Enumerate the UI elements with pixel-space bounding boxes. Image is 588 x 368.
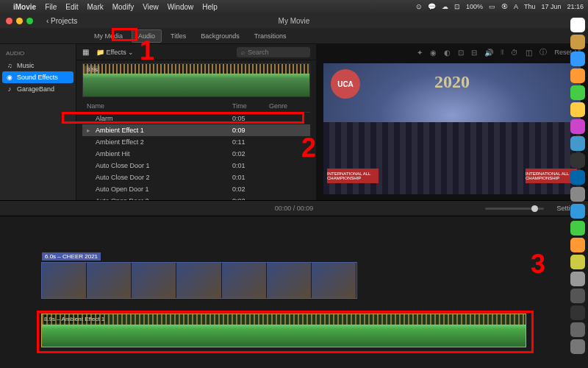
row-time: 0:09 [232,127,269,134]
dock-app[interactable] [570,52,585,66]
sidebar-item-garageband[interactable]: ♪ GarageBand [0,83,76,95]
col-genre[interactable]: Genre [269,102,306,110]
volume-icon[interactable]: 🔊 [484,49,493,57]
play-icon[interactable] [87,162,96,169]
table-row[interactable]: Alarm 0:05 [82,113,310,124]
grid-view-icon[interactable]: ▦ [82,48,89,56]
menu-view[interactable]: View [143,3,159,11]
col-name[interactable]: Name [87,102,232,110]
menubar-status: ⊙ 💬 ☁ ⊡ 100% ▭ ⦿ A Thu 17 Jun 21:16 [416,3,584,10]
dock-app[interactable] [570,136,585,151]
sidebar-item-music[interactable]: ♫ Music [0,60,76,71]
row-genre [269,115,306,122]
table-row[interactable]: Auto Open Door 2 0:02 [82,195,310,200]
waveform-preview[interactable]: 8.9s [82,63,310,97]
play-icon[interactable] [87,138,96,146]
tab-transitions[interactable]: Transitions [248,30,293,42]
table-row[interactable]: Auto Close Door 1 0:01 [82,160,310,171]
dock-app[interactable] [570,102,585,117]
banner-left: INTERNATIONAL ALL CHAMPIONSHIP [327,169,379,183]
play-icon[interactable]: ▸ [87,127,96,134]
play-icon[interactable] [87,185,96,193]
info-icon[interactable]: ⓘ [539,47,547,57]
sidebar-item-sound-effects[interactable]: ◉ Sound Effects [2,71,74,83]
dock-app[interactable] [570,272,585,286]
search-input[interactable]: ⌕ Search [237,47,310,57]
audio-clip-label: 8.9s – Ambient Effect 1 [42,315,107,323]
status-icon: ⊡ [454,3,460,10]
filter-icon[interactable]: ◫ [526,49,532,57]
search-icon: ⌕ [241,49,245,56]
zoom-button[interactable] [26,18,33,24]
menu-mark[interactable]: Mark [87,3,103,11]
video-preview[interactable]: UCA 2020 INTERNATIONAL ALL CHAMPIONSHIP … [323,63,581,194]
table-row[interactable]: ▸ Ambient Effect 1 0:09 [82,124,310,136]
projects-back[interactable]: ‹ Projects [46,17,77,25]
dock-app[interactable] [570,255,585,269]
table-row[interactable]: Ambient Effect 2 0:11 [82,136,310,148]
menu-edit[interactable]: Edit [65,3,78,11]
tab-my-media[interactable]: My Media [88,30,129,42]
battery-icon: ▭ [489,3,495,10]
close-button[interactable] [6,18,12,24]
year-text: 2020 [434,72,470,92]
timeline[interactable]: 6.0s – CHEER 2021 8.9s – Ambient Effect … [0,216,588,368]
dock-app[interactable] [570,153,585,168]
dock-app[interactable] [570,322,585,337]
menu-window[interactable]: Window [168,3,194,11]
menu-help[interactable]: Help [202,3,218,11]
tab-backgrounds[interactable]: Backgrounds [195,30,245,42]
minimize-button[interactable] [16,18,23,24]
row-genre [269,174,306,181]
tab-audio[interactable]: Audio [132,29,162,43]
dock-app[interactable] [570,305,585,320]
dock-app[interactable] [570,35,585,49]
row-time: 0:11 [232,138,269,146]
wifi-icon: ⦿ [501,3,508,10]
tab-titles[interactable]: Titles [165,30,192,42]
dock-app[interactable] [570,119,585,134]
table-row[interactable]: Auto Close Door 2 0:01 [82,171,310,183]
audio-browser: ▦ 📁 Effects ⌄ ⌕ Search 8.9s Name Time Ge… [76,44,316,200]
menu-modify[interactable]: Modify [112,3,134,11]
app-name[interactable]: iMovie [13,3,36,11]
play-icon[interactable] [87,174,96,181]
crop-icon[interactable]: ⊡ [458,49,464,57]
play-icon[interactable] [87,115,96,122]
stabilize-icon[interactable]: ⊟ [471,49,477,57]
speed-icon[interactable]: ⏱ [511,49,518,57]
menu-file[interactable]: File [45,3,57,11]
dock-app[interactable] [570,68,585,83]
dock-app[interactable] [570,339,585,354]
dock-app[interactable] [570,85,585,100]
dock-app[interactable] [570,238,585,252]
search-placeholder: Search [248,49,269,56]
row-time: 0:01 [232,174,269,181]
dock-app[interactable] [570,289,585,303]
preview-viewer: ✦ ◉ ◐ ⊡ ⊟ 🔊 ⫴ ⏱ ◫ ⓘ Reset All UCA 2020 I… [316,44,588,200]
video-clip[interactable]: 6.0s – CHEER 2021 [41,262,357,299]
col-time[interactable]: Time [232,102,269,110]
enhance-icon[interactable]: ✦ [417,49,423,57]
dock-app[interactable] [570,187,585,202]
color-correct-icon[interactable]: ◐ [444,49,451,57]
audio-clip[interactable]: 8.9s – Ambient Effect 1 [41,314,526,347]
table-row[interactable]: Ambient Hit 0:02 [82,148,310,160]
dock-app[interactable] [570,170,585,185]
dock-app[interactable] [570,221,585,236]
macos-dock [569,15,587,365]
zoom-slider[interactable] [485,208,544,210]
row-name: Auto Close Door 1 [96,162,232,169]
input-flag[interactable]: A [514,3,518,10]
music-icon: ♫ [6,62,13,69]
clock-date: 17 Jun [541,3,561,10]
duration-badge: 8.9s [85,66,100,74]
table-row[interactable]: Auto Open Door 1 0:02 [82,183,310,195]
dock-app[interactable] [570,18,585,32]
play-icon[interactable] [87,150,96,158]
dock-app[interactable] [570,204,585,219]
noise-icon[interactable]: ⫴ [501,48,503,57]
clock-time: 21:16 [567,3,584,10]
color-balance-icon[interactable]: ◉ [430,49,437,57]
effects-dropdown[interactable]: 📁 Effects ⌄ [96,49,134,56]
